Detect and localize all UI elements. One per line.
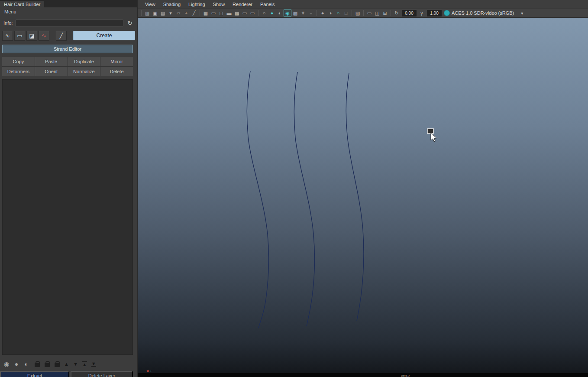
curve-tool-icon[interactable]: ∿ bbox=[2, 31, 13, 41]
toolbar-separator bbox=[200, 10, 200, 16]
colorspace-dropdown[interactable]: ACES 1.0 SDR-video (sRGB) bbox=[452, 10, 514, 16]
extract-button[interactable]: Extract bbox=[0, 371, 69, 377]
viewport-menu-shading[interactable]: Shading bbox=[159, 2, 184, 7]
curve-tools-row: ∿ ▭ ◪ ∿ ╱ Create bbox=[2, 30, 135, 41]
viewport-toolbar: ▥ ▣ ▤ ▾ ▱ + ╱ ▦ ▭ ◻ ▬ ▩ ▭ ▭ ○ ● ◐ ◉ ▩ ☀ … bbox=[138, 8, 588, 18]
image-plane-icon[interactable]: ▱ bbox=[174, 10, 182, 16]
duplicate-button[interactable]: Duplicate bbox=[68, 57, 100, 66]
bookmark-icon[interactable]: ▾ bbox=[167, 10, 174, 16]
delete-button[interactable]: Delete bbox=[100, 67, 133, 76]
grease-pencil-icon[interactable]: ╱ bbox=[190, 10, 198, 16]
panel-menu[interactable]: Menu bbox=[0, 9, 21, 14]
panel-tab-bar: Hair Card Builder bbox=[0, 0, 137, 7]
safe-title-icon[interactable]: ▭ bbox=[249, 10, 256, 16]
info-input[interactable] bbox=[15, 20, 123, 27]
create-button[interactable]: Create bbox=[73, 31, 135, 40]
mouse-cursor bbox=[427, 129, 436, 142]
strand-layer-list[interactable] bbox=[2, 79, 133, 355]
lock-selected-icon[interactable] bbox=[45, 363, 50, 367]
deformers-button[interactable]: Deformers bbox=[2, 67, 35, 76]
panel-menu-bar: Menu bbox=[0, 7, 137, 16]
default-material-icon[interactable]: ▩ bbox=[291, 10, 299, 16]
refresh-icon[interactable]: ↻ bbox=[126, 19, 134, 27]
viewport-menu-lighting[interactable]: Lighting bbox=[184, 2, 209, 7]
marquee-select-tool-icon[interactable]: ▭ bbox=[14, 31, 25, 41]
toolbar-separator bbox=[317, 10, 317, 16]
sculpt-curve-tool-icon[interactable]: ◪ bbox=[26, 31, 37, 41]
all-lights-icon[interactable]: ☀ bbox=[299, 10, 307, 16]
pan-zoom-icon[interactable]: + bbox=[182, 10, 190, 16]
layer-shading-icon[interactable]: ● bbox=[13, 361, 20, 367]
paste-button[interactable]: Paste bbox=[35, 57, 68, 66]
gamma-field[interactable]: 1.00 bbox=[427, 10, 442, 16]
layer-half-shade-icon[interactable]: ◐ bbox=[23, 361, 30, 367]
viewport-region: View Shading Lighting Show Renderer Pane… bbox=[138, 0, 588, 377]
copy-button[interactable]: Copy bbox=[2, 57, 35, 66]
viewport-menu-view[interactable]: View bbox=[141, 2, 159, 7]
wireframe-icon[interactable]: ○ bbox=[260, 10, 268, 16]
hair-strand-curve[interactable] bbox=[294, 72, 315, 326]
camera-label-strip: persp bbox=[138, 373, 588, 377]
camera-label: persp bbox=[401, 374, 410, 377]
move-to-top-icon[interactable]: ▲ bbox=[82, 361, 87, 367]
hair-card-builder-panel: Hair Card Builder Menu Info: ↻ ∿ ▭ ◪ ∿ ╱… bbox=[0, 0, 138, 377]
lock-all-icon[interactable] bbox=[55, 363, 60, 367]
ambient-occlusion-icon[interactable]: ● bbox=[319, 10, 326, 16]
shaded-icon[interactable]: ● bbox=[268, 10, 276, 16]
toolbar-separator bbox=[141, 10, 142, 16]
single-pane-icon[interactable]: ▭ bbox=[365, 10, 373, 16]
warp-curve-tool-icon[interactable]: ∿ bbox=[39, 31, 49, 41]
toolbar-separator bbox=[363, 10, 364, 16]
orient-button[interactable]: Orient bbox=[35, 67, 68, 76]
gate-mask-icon[interactable]: ▬ bbox=[225, 10, 233, 16]
toolbar-separator bbox=[391, 10, 391, 16]
select-camera-icon[interactable]: ▥ bbox=[143, 10, 151, 16]
viewport-menu-show[interactable]: Show bbox=[209, 2, 229, 7]
hair-strand-curve[interactable] bbox=[346, 73, 364, 321]
motion-blur-icon[interactable]: ○ bbox=[334, 10, 342, 16]
gamma-icon[interactable]: γ bbox=[418, 10, 426, 16]
strand-action-grid: Copy Paste Duplicate Mirror Deformers Or… bbox=[2, 57, 133, 76]
toolbar-separator bbox=[258, 10, 258, 16]
anti-aliasing-icon[interactable]: ◑ bbox=[326, 10, 334, 16]
info-label: Info: bbox=[3, 20, 13, 26]
safe-action-icon[interactable]: ▭ bbox=[241, 10, 249, 16]
view-transform-icon[interactable] bbox=[444, 10, 450, 16]
move-up-icon[interactable]: ▲ bbox=[64, 362, 69, 366]
two-pane-icon[interactable]: ◫ bbox=[373, 10, 381, 16]
toolbar-separator bbox=[352, 10, 352, 16]
isolate-select-icon[interactable]: ▧ bbox=[354, 10, 362, 16]
lock-camera-icon[interactable]: ▣ bbox=[151, 10, 159, 16]
layer-icon-row: ◉ ● ◐ ▲ ▼ ▲ ▼ bbox=[0, 358, 137, 369]
viewport-canvas[interactable]: ×+ persp bbox=[138, 18, 588, 377]
chevron-down-icon[interactable]: ▾ bbox=[521, 11, 523, 16]
lock-layer-icon[interactable] bbox=[35, 363, 40, 367]
normalize-button[interactable]: Normalize bbox=[68, 67, 100, 76]
grid-icon[interactable]: ▦ bbox=[202, 10, 210, 16]
textured-shaded-icon[interactable]: ◉ bbox=[284, 10, 291, 16]
four-pane-icon[interactable]: ⊞ bbox=[381, 10, 389, 16]
shadows-icon[interactable]: ◒ bbox=[307, 10, 315, 16]
field-chart-icon[interactable]: ▩ bbox=[233, 10, 241, 16]
viewport-menu-bar: View Shading Lighting Show Renderer Pane… bbox=[138, 0, 588, 8]
textured-icon[interactable]: ◐ bbox=[276, 10, 284, 16]
move-down-icon[interactable]: ▼ bbox=[73, 362, 78, 366]
move-to-bottom-icon[interactable]: ▼ bbox=[91, 361, 96, 367]
delete-layer-button[interactable]: Delete Layer bbox=[71, 371, 133, 377]
camera-attributes-icon[interactable]: ▤ bbox=[159, 10, 167, 16]
film-gate-icon[interactable]: ▭ bbox=[210, 10, 217, 16]
layer-visibility-icon[interactable]: ◉ bbox=[3, 361, 10, 367]
info-row: Info: ↻ bbox=[3, 19, 134, 27]
exposure-field[interactable]: 0.00 bbox=[402, 10, 417, 16]
depth-of-field-icon[interactable]: □ bbox=[342, 10, 350, 16]
mirror-button[interactable]: Mirror bbox=[100, 57, 133, 66]
viewport-menu-renderer[interactable]: Renderer bbox=[229, 2, 256, 7]
hair-strand-curve[interactable] bbox=[247, 71, 269, 328]
viewport-menu-panels[interactable]: Panels bbox=[256, 2, 279, 7]
resolution-gate-icon[interactable]: ◻ bbox=[217, 10, 225, 16]
brush-tool-icon[interactable]: ╱ bbox=[56, 31, 67, 41]
strand-editor-button[interactable]: Strand Editor bbox=[2, 45, 133, 53]
exposure-icon[interactable]: ↻ bbox=[393, 10, 401, 16]
viewport-drawing bbox=[138, 18, 588, 377]
